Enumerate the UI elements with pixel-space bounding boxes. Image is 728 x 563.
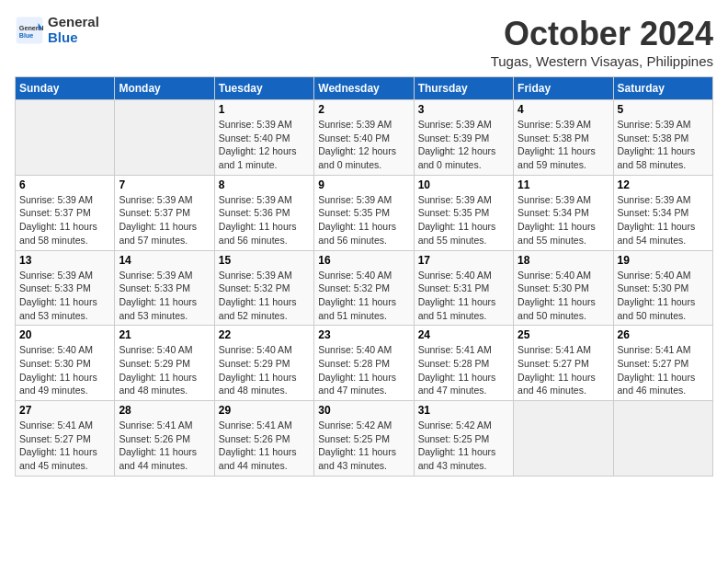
day-number: 3 bbox=[418, 103, 509, 116]
table-row: 28Sunrise: 5:41 AM Sunset: 5:26 PM Dayli… bbox=[115, 401, 214, 477]
day-number: 28 bbox=[119, 404, 210, 417]
day-info: Sunrise: 5:39 AM Sunset: 5:33 PM Dayligh… bbox=[19, 269, 110, 323]
day-info: Sunrise: 5:42 AM Sunset: 5:25 PM Dayligh… bbox=[418, 419, 509, 473]
day-number: 21 bbox=[119, 328, 210, 341]
table-row: 2Sunrise: 5:39 AM Sunset: 5:40 PM Daylig… bbox=[314, 100, 414, 176]
table-row: 21Sunrise: 5:40 AM Sunset: 5:29 PM Dayli… bbox=[115, 326, 214, 401]
table-row: 18Sunrise: 5:40 AM Sunset: 5:30 PM Dayli… bbox=[514, 250, 613, 326]
header-tuesday: Tuesday bbox=[214, 77, 313, 100]
day-info: Sunrise: 5:41 AM Sunset: 5:27 PM Dayligh… bbox=[19, 419, 110, 473]
calendar-week-row: 6Sunrise: 5:39 AM Sunset: 5:37 PM Daylig… bbox=[16, 175, 713, 250]
logo-icon: General Blue bbox=[15, 16, 44, 45]
day-number: 19 bbox=[618, 254, 709, 267]
day-info: Sunrise: 5:41 AM Sunset: 5:26 PM Dayligh… bbox=[119, 419, 210, 473]
table-row bbox=[514, 401, 613, 477]
table-row: 4Sunrise: 5:39 AM Sunset: 5:38 PM Daylig… bbox=[514, 100, 613, 176]
logo: General Blue General Blue bbox=[15, 15, 99, 45]
day-info: Sunrise: 5:39 AM Sunset: 5:35 PM Dayligh… bbox=[418, 193, 509, 247]
day-number: 29 bbox=[219, 404, 310, 417]
month-title: October 2024 bbox=[491, 15, 713, 53]
table-row: 26Sunrise: 5:41 AM Sunset: 5:27 PM Dayli… bbox=[613, 326, 712, 401]
table-row: 23Sunrise: 5:40 AM Sunset: 5:28 PM Dayli… bbox=[314, 326, 414, 401]
day-info: Sunrise: 5:41 AM Sunset: 5:27 PM Dayligh… bbox=[618, 343, 709, 397]
table-row bbox=[16, 100, 115, 176]
table-row bbox=[115, 100, 214, 176]
day-info: Sunrise: 5:39 AM Sunset: 5:34 PM Dayligh… bbox=[618, 193, 709, 247]
table-row: 5Sunrise: 5:39 AM Sunset: 5:38 PM Daylig… bbox=[613, 100, 712, 176]
day-number: 30 bbox=[318, 404, 409, 417]
day-number: 17 bbox=[418, 254, 509, 267]
calendar-table: Sunday Monday Tuesday Wednesday Thursday… bbox=[15, 76, 713, 477]
calendar-week-row: 27Sunrise: 5:41 AM Sunset: 5:27 PM Dayli… bbox=[16, 401, 713, 477]
day-info: Sunrise: 5:40 AM Sunset: 5:29 PM Dayligh… bbox=[219, 343, 310, 397]
table-row: 29Sunrise: 5:41 AM Sunset: 5:26 PM Dayli… bbox=[214, 401, 313, 477]
day-number: 11 bbox=[518, 178, 609, 191]
table-row: 9Sunrise: 5:39 AM Sunset: 5:35 PM Daylig… bbox=[314, 175, 414, 250]
day-number: 10 bbox=[418, 178, 509, 191]
day-info: Sunrise: 5:40 AM Sunset: 5:30 PM Dayligh… bbox=[518, 269, 609, 323]
day-number: 31 bbox=[418, 404, 509, 417]
table-row: 31Sunrise: 5:42 AM Sunset: 5:25 PM Dayli… bbox=[414, 401, 513, 477]
day-info: Sunrise: 5:39 AM Sunset: 5:40 PM Dayligh… bbox=[318, 118, 409, 172]
day-number: 23 bbox=[318, 328, 409, 341]
table-row: 20Sunrise: 5:40 AM Sunset: 5:30 PM Dayli… bbox=[16, 326, 115, 401]
calendar-week-row: 13Sunrise: 5:39 AM Sunset: 5:33 PM Dayli… bbox=[16, 250, 713, 326]
day-number: 22 bbox=[219, 328, 310, 341]
table-row: 22Sunrise: 5:40 AM Sunset: 5:29 PM Dayli… bbox=[214, 326, 313, 401]
day-number: 4 bbox=[518, 103, 609, 116]
header-thursday: Thursday bbox=[414, 77, 513, 100]
table-row: 30Sunrise: 5:42 AM Sunset: 5:25 PM Dayli… bbox=[314, 401, 414, 477]
day-number: 20 bbox=[19, 328, 110, 341]
header-sunday: Sunday bbox=[16, 77, 115, 100]
header-wednesday: Wednesday bbox=[314, 77, 414, 100]
day-number: 8 bbox=[219, 178, 310, 191]
table-row: 6Sunrise: 5:39 AM Sunset: 5:37 PM Daylig… bbox=[16, 175, 115, 250]
header-friday: Friday bbox=[514, 77, 613, 100]
table-row: 14Sunrise: 5:39 AM Sunset: 5:33 PM Dayli… bbox=[115, 250, 214, 326]
day-number: 13 bbox=[19, 254, 110, 267]
day-info: Sunrise: 5:40 AM Sunset: 5:31 PM Dayligh… bbox=[418, 269, 509, 323]
day-info: Sunrise: 5:41 AM Sunset: 5:27 PM Dayligh… bbox=[518, 343, 609, 397]
day-number: 5 bbox=[618, 103, 709, 116]
title-area: October 2024 Tugas, Western Visayas, Phi… bbox=[491, 15, 713, 69]
day-number: 16 bbox=[318, 254, 409, 267]
day-info: Sunrise: 5:41 AM Sunset: 5:26 PM Dayligh… bbox=[219, 419, 310, 473]
table-row: 1Sunrise: 5:39 AM Sunset: 5:40 PM Daylig… bbox=[214, 100, 313, 176]
day-number: 6 bbox=[19, 178, 110, 191]
table-row bbox=[613, 401, 712, 477]
calendar-week-row: 1Sunrise: 5:39 AM Sunset: 5:40 PM Daylig… bbox=[16, 100, 713, 176]
day-info: Sunrise: 5:40 AM Sunset: 5:29 PM Dayligh… bbox=[119, 343, 210, 397]
table-row: 16Sunrise: 5:40 AM Sunset: 5:32 PM Dayli… bbox=[314, 250, 414, 326]
table-row: 15Sunrise: 5:39 AM Sunset: 5:32 PM Dayli… bbox=[214, 250, 313, 326]
table-row: 27Sunrise: 5:41 AM Sunset: 5:27 PM Dayli… bbox=[16, 401, 115, 477]
day-info: Sunrise: 5:41 AM Sunset: 5:28 PM Dayligh… bbox=[418, 343, 509, 397]
table-row: 13Sunrise: 5:39 AM Sunset: 5:33 PM Dayli… bbox=[16, 250, 115, 326]
day-number: 1 bbox=[219, 103, 310, 116]
day-number: 14 bbox=[119, 254, 210, 267]
day-info: Sunrise: 5:39 AM Sunset: 5:34 PM Dayligh… bbox=[518, 193, 609, 247]
header-saturday: Saturday bbox=[613, 77, 712, 100]
day-info: Sunrise: 5:39 AM Sunset: 5:35 PM Dayligh… bbox=[318, 193, 409, 247]
table-row: 24Sunrise: 5:41 AM Sunset: 5:28 PM Dayli… bbox=[414, 326, 513, 401]
day-info: Sunrise: 5:39 AM Sunset: 5:37 PM Dayligh… bbox=[119, 193, 210, 247]
page-header: General Blue General Blue October 2024 T… bbox=[15, 15, 713, 69]
table-row: 12Sunrise: 5:39 AM Sunset: 5:34 PM Dayli… bbox=[613, 175, 712, 250]
day-info: Sunrise: 5:39 AM Sunset: 5:39 PM Dayligh… bbox=[418, 118, 509, 172]
day-info: Sunrise: 5:39 AM Sunset: 5:40 PM Dayligh… bbox=[219, 118, 310, 172]
day-number: 12 bbox=[618, 178, 709, 191]
logo-blue: Blue bbox=[48, 30, 99, 46]
location-title: Tugas, Western Visayas, Philippines bbox=[491, 53, 713, 69]
day-info: Sunrise: 5:40 AM Sunset: 5:32 PM Dayligh… bbox=[318, 269, 409, 323]
day-info: Sunrise: 5:40 AM Sunset: 5:30 PM Dayligh… bbox=[19, 343, 110, 397]
table-row: 8Sunrise: 5:39 AM Sunset: 5:36 PM Daylig… bbox=[214, 175, 313, 250]
calendar-week-row: 20Sunrise: 5:40 AM Sunset: 5:30 PM Dayli… bbox=[16, 326, 713, 401]
table-row: 7Sunrise: 5:39 AM Sunset: 5:37 PM Daylig… bbox=[115, 175, 214, 250]
header-monday: Monday bbox=[115, 77, 214, 100]
day-info: Sunrise: 5:39 AM Sunset: 5:33 PM Dayligh… bbox=[119, 269, 210, 323]
day-number: 26 bbox=[618, 328, 709, 341]
logo-general: General bbox=[48, 15, 99, 30]
day-number: 2 bbox=[318, 103, 409, 116]
day-info: Sunrise: 5:39 AM Sunset: 5:38 PM Dayligh… bbox=[618, 118, 709, 172]
table-row: 10Sunrise: 5:39 AM Sunset: 5:35 PM Dayli… bbox=[414, 175, 513, 250]
day-info: Sunrise: 5:39 AM Sunset: 5:37 PM Dayligh… bbox=[19, 193, 110, 247]
